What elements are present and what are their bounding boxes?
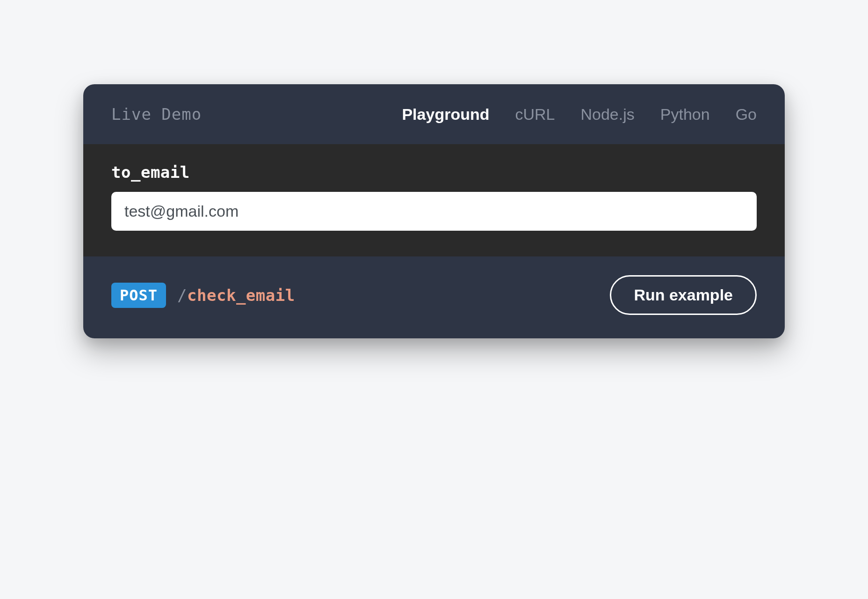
tab-curl[interactable]: cURL: [515, 105, 555, 124]
api-demo-card: Live Demo Playground cURL Node.js Python…: [83, 84, 785, 338]
tabs: Playground cURL Node.js Python Go: [402, 105, 757, 124]
http-method-badge: POST: [111, 283, 166, 308]
card-header: Live Demo Playground cURL Node.js Python…: [83, 84, 785, 144]
tab-nodejs[interactable]: Node.js: [581, 105, 635, 124]
tab-playground[interactable]: Playground: [402, 105, 489, 124]
endpoint-slash: /: [177, 286, 187, 305]
card-body: to_email: [83, 144, 785, 256]
endpoint-name: check_email: [187, 286, 295, 305]
demo-label: Live Demo: [111, 105, 202, 124]
tab-go[interactable]: Go: [736, 105, 757, 124]
endpoint-path: /check_email: [177, 286, 295, 305]
tab-python[interactable]: Python: [660, 105, 710, 124]
card-footer: POST /check_email Run example: [83, 256, 785, 338]
run-example-button[interactable]: Run example: [610, 275, 757, 315]
to-email-input[interactable]: [111, 192, 757, 231]
field-label-to-email: to_email: [111, 163, 757, 182]
